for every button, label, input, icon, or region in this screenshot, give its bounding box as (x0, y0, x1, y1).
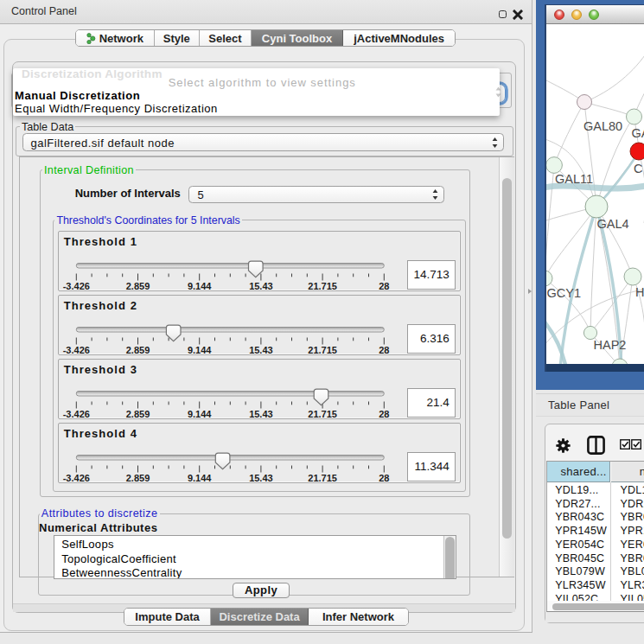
svg-text:-3.426: -3.426 (62, 409, 89, 419)
svg-text:-3.426: -3.426 (62, 345, 89, 355)
svg-text:9.144: 9.144 (188, 281, 212, 291)
svg-text:-3.426: -3.426 (62, 473, 89, 483)
svg-text:2.859: 2.859 (125, 281, 150, 291)
svg-text:9.144: 9.144 (188, 345, 212, 355)
svg-text:15.43: 15.43 (249, 281, 273, 291)
svg-text:21.715: 21.715 (308, 409, 337, 419)
svg-text:15.43: 15.43 (249, 345, 273, 355)
svg-text:2.859: 2.859 (125, 345, 150, 355)
svg-text:GAL80: GAL80 (583, 119, 622, 133)
svg-text:28: 28 (379, 281, 389, 291)
svg-text:C: C (634, 162, 642, 175)
svg-text:28: 28 (379, 345, 389, 355)
svg-text:GAL4: GAL4 (596, 217, 628, 231)
svg-text:9.144: 9.144 (188, 409, 212, 419)
svg-text:15.43: 15.43 (249, 473, 273, 483)
svg-text:GCY1: GCY1 (546, 286, 581, 300)
svg-text:2.859: 2.859 (125, 409, 150, 419)
svg-text:HAP2: HAP2 (593, 338, 626, 352)
svg-text:9.144: 9.144 (188, 473, 212, 483)
svg-text:21.715: 21.715 (308, 473, 337, 483)
svg-text:21.715: 21.715 (308, 281, 337, 291)
svg-text:GAL11: GAL11 (555, 172, 593, 186)
svg-text:28: 28 (379, 409, 389, 419)
svg-text:28: 28 (379, 473, 389, 483)
svg-text:2.859: 2.859 (125, 473, 150, 483)
svg-text:H: H (635, 285, 644, 299)
svg-text:-3.426: -3.426 (62, 281, 89, 291)
svg-text:15.43: 15.43 (249, 409, 273, 419)
svg-text:GA: GA (631, 126, 644, 140)
svg-text:21.715: 21.715 (308, 345, 337, 355)
